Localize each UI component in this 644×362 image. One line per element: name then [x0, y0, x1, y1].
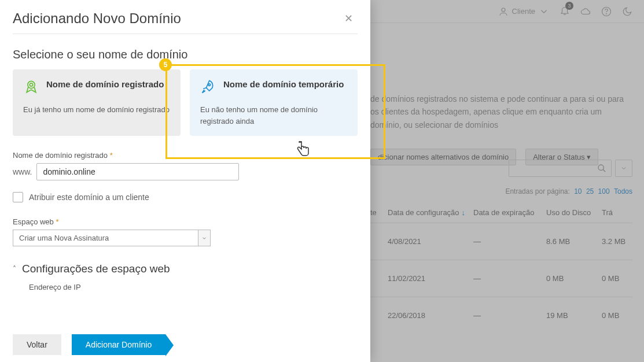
back-button[interactable]: Voltar: [13, 334, 61, 355]
required-marker: *: [110, 151, 113, 160]
www-prefix: www.: [13, 167, 32, 176]
required-marker: *: [56, 217, 58, 226]
domain-type-cards: Nome de domínio registrado Eu já tenho u…: [13, 69, 358, 136]
registered-domain-card[interactable]: Nome de domínio registrado Eu já tenho u…: [13, 69, 181, 136]
modal-body: Selecione o seu nome de domínio Nome de …: [0, 34, 370, 326]
checkbox-label: Atribuir este domínio a um cliente: [29, 193, 149, 202]
svg-point-4: [28, 81, 35, 88]
svg-point-5: [30, 83, 32, 86]
webspace-config-body: Endereço de IP: [13, 282, 358, 291]
card-desc: Eu já tenho um nome de domínio registrad…: [23, 104, 170, 116]
temporary-domain-card[interactable]: Nome de domínio temporário Eu não tenho …: [190, 69, 358, 136]
ip-label: Endereço de IP: [29, 283, 81, 291]
field-label: Nome de domínio registrado *: [13, 151, 358, 160]
card-title: Nome de domínio registrado: [46, 79, 164, 90]
ribbon-badge-icon: [23, 79, 39, 95]
close-button[interactable]: ✕: [344, 12, 353, 25]
modal-backdrop[interactable]: [370, 0, 644, 362]
rocket-icon: [200, 79, 216, 95]
section-heading: Configurações de espaço web: [22, 263, 170, 275]
card-title: Nome de domínio temporário: [223, 79, 344, 90]
assign-client-checkbox-row: Atribuir este domínio a um cliente: [13, 192, 358, 202]
assign-client-checkbox[interactable]: [13, 192, 23, 202]
webspace-config-toggle[interactable]: ˄ Configurações de espaço web: [13, 263, 358, 275]
close-icon: ✕: [344, 13, 353, 24]
domain-name-field: Nome de domínio registrado * www.: [13, 151, 358, 180]
domain-input[interactable]: [36, 163, 239, 180]
select-value: Criar uma Nova Assinatura: [13, 230, 198, 246]
add-domain-modal: Adicionando Novo Domínio ✕ Selecione o s…: [0, 0, 370, 362]
svg-point-6: [208, 84, 211, 86]
chevron-down-icon: [198, 230, 211, 246]
section-title: Selecione o seu nome de domínio: [13, 48, 358, 61]
field-label: Espaço web *: [13, 217, 358, 226]
modal-header: Adicionando Novo Domínio ✕: [0, 0, 370, 34]
webspace-select[interactable]: Criar uma Nova Assinatura: [13, 230, 358, 246]
chevron-up-icon: ˄: [13, 265, 16, 273]
webspace-field: Espaço web * Criar uma Nova Assinatura: [13, 217, 358, 246]
card-desc: Eu não tenho um nome de domínio registra…: [200, 104, 347, 127]
add-domain-button[interactable]: Adicionar Domínio: [72, 334, 165, 355]
modal-title: Adicionando Novo Domínio: [13, 10, 181, 27]
modal-footer: Voltar Adicionar Domínio: [0, 326, 370, 362]
tutorial-step-badge: 5: [159, 58, 172, 71]
